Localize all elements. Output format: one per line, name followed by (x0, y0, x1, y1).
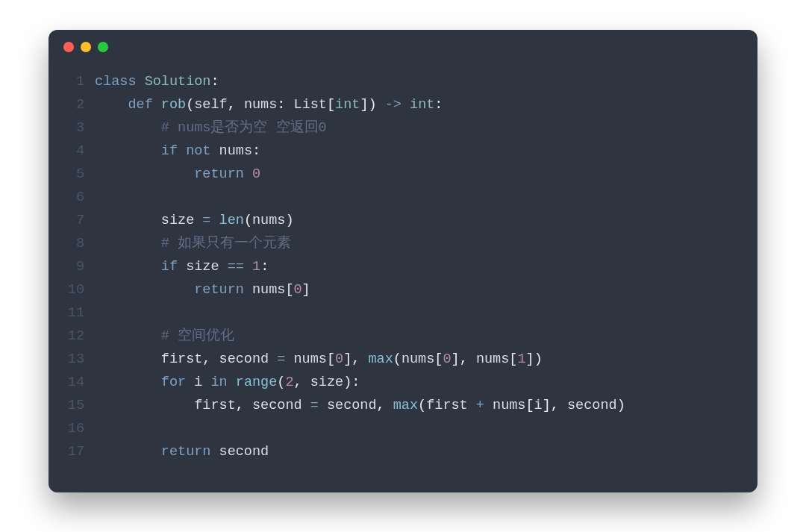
code-content: # nums是否为空 空返回0 (95, 116, 757, 140)
line-number: 5 (49, 163, 95, 186)
code-content: def rob(self, nums: List[int]) -> int: (95, 93, 757, 116)
code-content: first, second = second, max(first + nums… (95, 394, 757, 417)
code-content: size = len(nums) (95, 209, 757, 232)
code-content (95, 186, 757, 209)
code-content (95, 301, 757, 325)
code-content: # 空间优化 (95, 325, 757, 348)
line-number: 4 (49, 140, 95, 163)
code-line: 6 (49, 186, 757, 209)
line-number: 8 (49, 232, 95, 255)
code-content: if size == 1: (95, 255, 757, 278)
code-line: 7 size = len(nums) (49, 209, 757, 232)
code-line: 1class Solution: (49, 70, 757, 93)
code-content: return nums[0] (95, 278, 757, 301)
code-content: return second (95, 440, 757, 463)
code-content (95, 417, 757, 440)
code-editor[interactable]: 1class Solution:2 def rob(self, nums: Li… (49, 64, 757, 463)
code-line: 17 return second (49, 440, 757, 463)
code-line: 14 for i in range(2, size): (49, 371, 757, 394)
code-line: 2 def rob(self, nums: List[int]) -> int: (49, 93, 757, 116)
code-line: 11 (49, 301, 757, 325)
code-line: 9 if size == 1: (49, 255, 757, 278)
code-content: for i in range(2, size): (95, 371, 757, 394)
code-content: if not nums: (95, 140, 757, 163)
line-number: 1 (49, 70, 95, 93)
code-line: 13 first, second = nums[0], max(nums[0],… (49, 348, 757, 371)
line-number: 16 (49, 417, 95, 440)
line-number: 11 (49, 301, 95, 325)
line-number: 6 (49, 186, 95, 209)
line-number: 9 (49, 255, 95, 278)
close-icon[interactable] (63, 42, 74, 52)
minimize-icon[interactable] (81, 42, 91, 52)
line-number: 10 (49, 278, 95, 301)
code-content: # 如果只有一个元素 (95, 232, 757, 255)
line-number: 14 (49, 371, 95, 394)
line-number: 13 (49, 348, 95, 371)
code-line: 10 return nums[0] (49, 278, 757, 301)
code-line: 12 # 空间优化 (49, 325, 757, 348)
line-number: 7 (49, 209, 95, 232)
line-number: 3 (49, 116, 95, 140)
line-number: 2 (49, 93, 95, 116)
code-line: 3 # nums是否为空 空返回0 (49, 116, 757, 140)
window-titlebar (49, 30, 757, 64)
code-line: 8 # 如果只有一个元素 (49, 232, 757, 255)
line-number: 17 (49, 440, 95, 463)
code-line: 5 return 0 (49, 163, 757, 186)
code-content: return 0 (95, 163, 757, 186)
line-number: 12 (49, 325, 95, 348)
code-content: class Solution: (95, 70, 757, 93)
code-line: 16 (49, 417, 757, 440)
code-line: 4 if not nums: (49, 140, 757, 163)
code-content: first, second = nums[0], max(nums[0], nu… (95, 348, 757, 371)
code-window: 1class Solution:2 def rob(self, nums: Li… (49, 30, 757, 492)
zoom-icon[interactable] (98, 42, 108, 52)
line-number: 15 (49, 394, 95, 417)
code-line: 15 first, second = second, max(first + n… (49, 394, 757, 417)
